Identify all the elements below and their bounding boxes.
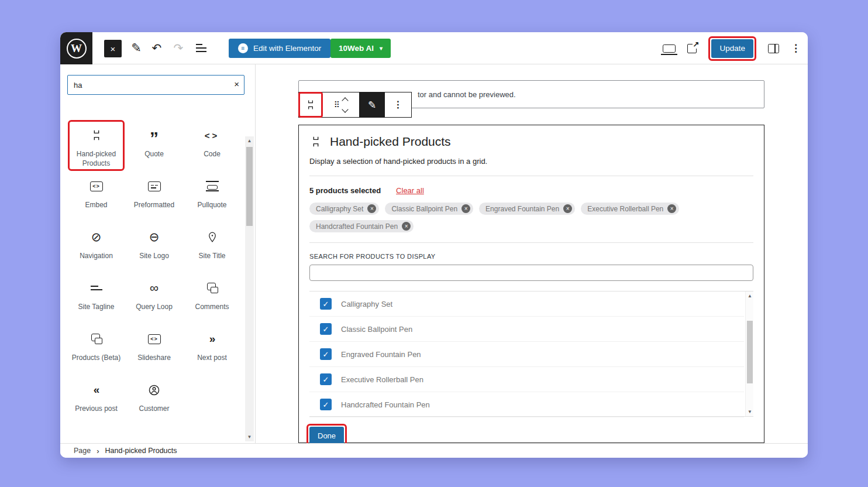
done-button-area: Done bbox=[306, 424, 753, 443]
products-beta-icon bbox=[91, 334, 102, 344]
breadcrumb: Page › Hand-picked Products bbox=[60, 443, 808, 458]
wordpress-editor-window: W × ✎ ↶ ↷ ≡ Edit with Elementor 10Web AI… bbox=[60, 32, 808, 458]
notice-text: tor and cannot be previewed. bbox=[418, 90, 516, 99]
breadcrumb-page[interactable]: Page bbox=[74, 447, 91, 455]
clear-all-link[interactable]: Clear all bbox=[396, 186, 424, 195]
block-options-button[interactable]: ⋮ bbox=[385, 92, 411, 117]
remove-chip-icon[interactable]: × bbox=[367, 204, 376, 213]
divider bbox=[309, 242, 753, 243]
block-search-input[interactable] bbox=[67, 75, 244, 95]
block-item-previous-post[interactable]: « Previous post bbox=[68, 375, 125, 426]
block-search: × bbox=[67, 75, 244, 95]
close-icon: × bbox=[111, 44, 116, 54]
block-item-site-title[interactable]: Site Title bbox=[184, 222, 240, 273]
customer-icon bbox=[148, 383, 160, 397]
undo-icon[interactable]: ↶ bbox=[149, 40, 164, 56]
checkbox-checked[interactable]: ✓ bbox=[320, 323, 332, 335]
edit-mode-button[interactable]: ✎ bbox=[360, 92, 385, 117]
product-row-executive-rollerball-pen[interactable]: ✓ Executive Rollerball Pen bbox=[309, 367, 744, 392]
product-list-scrollbar[interactable]: ▲ ▼ bbox=[745, 291, 753, 416]
product-row-classic-ballpoint-pen[interactable]: ✓ Classic Ballpoint Pen bbox=[309, 317, 744, 342]
code-icon: <> bbox=[205, 128, 220, 142]
edit-with-elementor-button[interactable]: ≡ Edit with Elementor bbox=[229, 39, 330, 58]
remove-chip-icon[interactable]: × bbox=[461, 204, 470, 213]
block-item-products-beta[interactable]: Products (Beta) bbox=[68, 324, 125, 375]
checkbox-checked[interactable]: ✓ bbox=[320, 348, 332, 360]
sidebar-scrollbar[interactable]: ▲ ▼ bbox=[245, 136, 254, 441]
tenweb-ai-label: 10Web AI bbox=[339, 44, 374, 53]
block-item-pullquote[interactable]: Pullquote bbox=[184, 171, 240, 222]
block-inserter-close-button[interactable]: × bbox=[104, 40, 122, 57]
product-row-calligraphy-set[interactable]: ✓ Calligraphy Set bbox=[309, 291, 744, 317]
block-item-slideshare[interactable]: <> Slideshare bbox=[126, 324, 182, 375]
view-page-external-icon[interactable] bbox=[687, 44, 697, 53]
block-item-quote[interactable]: ” Quote bbox=[126, 120, 182, 171]
block-description: Display a selection of hand-picked produ… bbox=[309, 157, 753, 166]
remove-chip-icon[interactable]: × bbox=[667, 204, 676, 213]
checkbox-checked[interactable]: ✓ bbox=[320, 399, 332, 410]
drag-handle-icon[interactable]: ⠿ bbox=[334, 100, 339, 109]
scroll-down-icon[interactable]: ▼ bbox=[245, 434, 254, 440]
block-item-site-logo[interactable]: ⊖ Site Logo bbox=[126, 222, 182, 273]
move-up-down bbox=[343, 97, 347, 114]
product-row-engraved-fountain-pen[interactable]: ✓ Engraved Fountain Pen bbox=[309, 342, 744, 367]
site-title-pin-icon bbox=[207, 230, 218, 244]
scrollbar-thumb[interactable] bbox=[246, 147, 253, 226]
block-item-preformatted[interactable]: Preformatted bbox=[126, 171, 182, 222]
chip-engraved-fountain-pen: Engraved Fountain Pen × bbox=[479, 203, 575, 215]
chip-handcrafted-fountain-pen: Handcrafted Fountain Pen × bbox=[309, 220, 414, 232]
wordpress-w-icon: W bbox=[67, 39, 87, 59]
tools-pencil-icon[interactable]: ✎ bbox=[129, 40, 144, 56]
slideshare-icon: <> bbox=[148, 334, 161, 344]
done-button[interactable]: Done bbox=[309, 427, 344, 443]
block-item-query-loop[interactable]: ∞ Query Loop bbox=[126, 273, 182, 324]
chip-classic-ballpoint-pen: Classic Ballpoint Pen × bbox=[385, 203, 473, 215]
block-item-site-tagline[interactable]: Site Tagline bbox=[68, 273, 125, 324]
options-menu-icon[interactable]: ⋮ bbox=[791, 43, 801, 53]
move-down-icon[interactable] bbox=[342, 106, 348, 112]
product-search-input[interactable] bbox=[309, 265, 753, 281]
scrollbar-thumb[interactable] bbox=[747, 321, 753, 383]
scroll-down-icon[interactable]: ▼ bbox=[746, 409, 754, 414]
block-item-customer[interactable]: Customer bbox=[126, 375, 182, 426]
document-overview-icon[interactable] bbox=[194, 40, 209, 56]
scroll-up-icon[interactable]: ▲ bbox=[245, 138, 254, 143]
settings-sidebar-toggle-icon[interactable] bbox=[768, 44, 779, 53]
update-button[interactable]: Update bbox=[711, 39, 753, 58]
selection-summary-row: 5 products selected Clear all bbox=[309, 186, 753, 195]
hand-picked-products-icon bbox=[305, 99, 316, 111]
block-item-next-post[interactable]: » Next post bbox=[184, 324, 240, 375]
move-up-icon[interactable] bbox=[342, 97, 348, 104]
block-title: Hand-picked Products bbox=[330, 135, 451, 149]
pencil-icon: ✎ bbox=[368, 99, 376, 111]
tenweb-ai-button[interactable]: 10Web AI ▾ bbox=[330, 39, 391, 58]
chip-executive-rollerball-pen: Executive Rollerball Pen × bbox=[581, 203, 679, 215]
remove-chip-icon[interactable]: × bbox=[563, 204, 572, 213]
checkbox-checked[interactable]: ✓ bbox=[320, 298, 332, 310]
checkbox-checked[interactable]: ✓ bbox=[320, 373, 332, 385]
remove-chip-icon[interactable]: × bbox=[402, 222, 411, 231]
quote-icon: ” bbox=[150, 128, 159, 142]
hand-picked-products-icon bbox=[309, 135, 322, 148]
block-item-navigation[interactable]: ⊘ Navigation bbox=[68, 222, 125, 273]
block-type-button[interactable] bbox=[298, 92, 323, 118]
wordpress-logo[interactable]: W bbox=[60, 32, 92, 64]
block-item-embed[interactable]: <> Embed bbox=[68, 171, 125, 222]
scroll-up-icon[interactable]: ▲ bbox=[746, 293, 754, 299]
next-post-icon: » bbox=[209, 332, 215, 346]
clear-search-icon[interactable]: × bbox=[234, 79, 239, 89]
hand-picked-products-block: Hand-picked Products Display a selection… bbox=[298, 125, 764, 443]
redo-icon: ↷ bbox=[171, 40, 186, 56]
selected-product-chips: Calligraphy Set × Classic Ballpoint Pen … bbox=[309, 203, 753, 232]
block-item-hand-picked-products[interactable]: Hand-picked Products bbox=[68, 120, 125, 171]
product-row-handcrafted-fountain-pen[interactable]: ✓ Handcrafted Fountain Pen bbox=[309, 392, 744, 417]
device-preview-icon[interactable] bbox=[663, 44, 676, 53]
block-item-comments[interactable]: Comments bbox=[184, 273, 240, 324]
edit-with-elementor-label: Edit with Elementor bbox=[253, 44, 321, 53]
selected-count: 5 products selected bbox=[309, 186, 381, 195]
breadcrumb-current-block[interactable]: Hand-picked Products bbox=[105, 447, 177, 455]
block-move-controls: ⠿ bbox=[322, 92, 360, 117]
block-item-code[interactable]: <> Code bbox=[184, 120, 240, 171]
embed-icon: <> bbox=[90, 181, 103, 191]
site-logo-icon: ⊖ bbox=[149, 230, 160, 244]
